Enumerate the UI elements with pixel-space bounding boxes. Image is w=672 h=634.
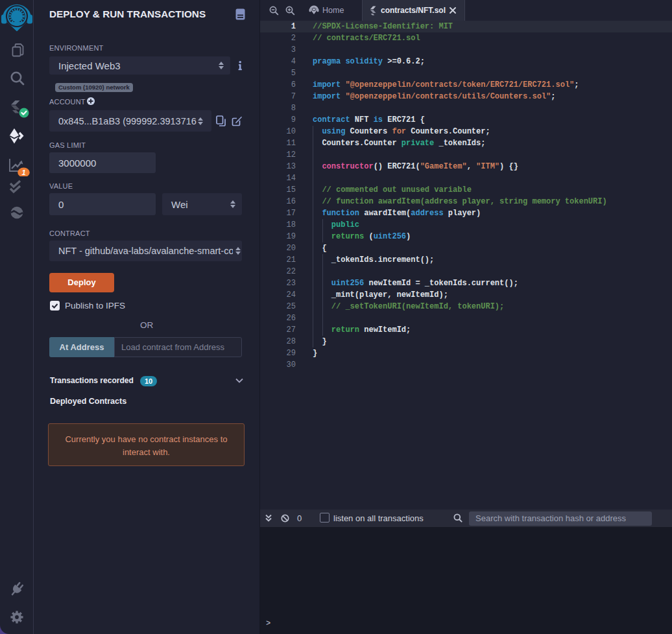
svg-text:1: 1	[21, 169, 25, 176]
